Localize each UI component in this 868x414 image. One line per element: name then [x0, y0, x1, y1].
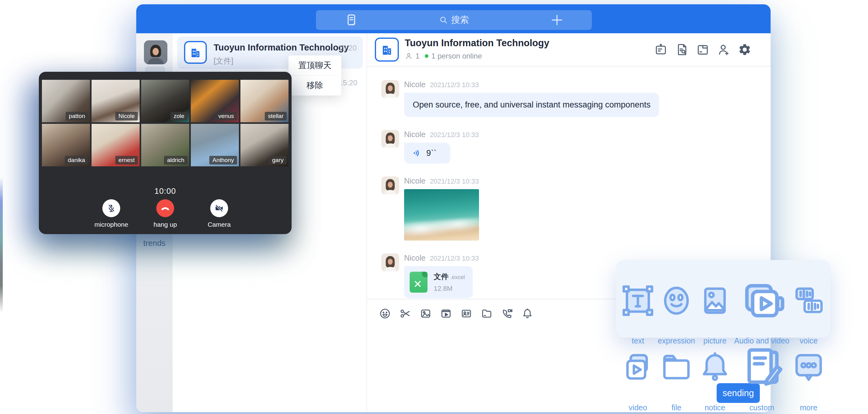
- hang-up-label: hang up: [147, 221, 183, 228]
- panel-label: notice: [696, 403, 734, 412]
- phone-down-icon: [160, 203, 171, 214]
- camera-button[interactable]: Camera: [201, 199, 237, 228]
- message-voice: Nicole 2021/12/3 10:33 9``: [381, 130, 758, 164]
- more-bubble-icon: [789, 334, 828, 401]
- panel-item-picture[interactable]: picture: [696, 267, 734, 334]
- participant-tile: danika: [42, 124, 90, 166]
- hang-up-button[interactable]: hang up: [147, 199, 183, 228]
- sender-avatar[interactable]: [381, 130, 399, 148]
- video-icon: [619, 334, 657, 401]
- group-avatar-icon: [184, 41, 207, 64]
- participant-tile: aldrich: [141, 124, 189, 166]
- voice-bubble[interactable]: 9``: [404, 142, 450, 164]
- panel-item-video[interactable]: video: [619, 334, 657, 401]
- panel-item-file[interactable]: file: [657, 334, 696, 401]
- participant-name: Nicole: [115, 112, 138, 121]
- participant-tile: Nicole: [92, 80, 140, 122]
- message-text: Nicole 2021/12/3 10:33 Open source, free…: [381, 80, 758, 117]
- participant-tile: patton: [42, 80, 90, 122]
- participant-grid: patton Nicole zole venus stellar danika …: [42, 80, 288, 166]
- conversation-last-message: [文件]: [214, 56, 233, 66]
- scissors-icon[interactable]: [399, 308, 411, 320]
- voice-icon: [789, 267, 828, 334]
- context-menu-remove[interactable]: 移除: [288, 75, 341, 95]
- video-icon[interactable]: [440, 308, 452, 320]
- participant-name: aldrich: [164, 156, 187, 164]
- chat-header-actions: [654, 43, 751, 56]
- notification-bell-icon[interactable]: [521, 308, 533, 320]
- conversation-time: 15:20: [338, 44, 356, 52]
- panel-item-voice[interactable]: voice: [789, 267, 828, 334]
- member-count: 1: [415, 52, 420, 60]
- expression-icon: [657, 267, 696, 334]
- text-bubble: Open source, free, and universal instant…: [404, 93, 659, 117]
- search-bar[interactable]: 搜索: [316, 10, 592, 30]
- chat-meta: 1 1 person online: [405, 52, 482, 60]
- microphone-label: microphone: [93, 221, 129, 228]
- message-image: Nicole 2021/12/3 10:33: [381, 177, 758, 241]
- settings-icon[interactable]: [738, 43, 751, 56]
- sender-avatar[interactable]: [381, 254, 399, 272]
- message-time: 2021/12/3 10:33: [430, 131, 479, 139]
- file-name: 文件: [434, 272, 448, 281]
- excel-file-icon: ✕: [410, 272, 428, 293]
- text-icon: [619, 267, 657, 334]
- my-avatar[interactable]: [144, 40, 167, 64]
- participant-tile: zole: [141, 80, 189, 122]
- video-call-icon[interactable]: [501, 308, 513, 320]
- file-ext: .excel: [450, 274, 465, 280]
- folder-icon[interactable]: [480, 308, 493, 320]
- file-size: 12.8M: [434, 285, 465, 293]
- emoji-icon[interactable]: [379, 308, 391, 320]
- contact-card-icon[interactable]: [460, 308, 472, 320]
- top-bar: 搜索: [136, 4, 771, 33]
- sender-avatar[interactable]: [381, 80, 399, 98]
- panel-item-more[interactable]: more: [789, 334, 828, 401]
- message-time: 2021/12/3 10:33: [430, 178, 479, 185]
- notice-board-icon[interactable]: [654, 43, 668, 56]
- participant-name: patton: [66, 112, 88, 121]
- chat-header: Tuoyun Information Technology 1 1 person…: [367, 33, 771, 67]
- participant-name: gary: [269, 156, 287, 164]
- context-menu-pin[interactable]: 置顶聊天: [288, 56, 341, 75]
- custom-doc-icon: [734, 334, 789, 401]
- message-type-panel: text expression picture: [616, 260, 830, 338]
- panel-label: more: [789, 403, 828, 412]
- sender-name: Nicole: [404, 254, 425, 262]
- participant-name: stellar: [265, 112, 287, 121]
- panel-item-custom[interactable]: custom: [734, 334, 789, 401]
- member-icon: [405, 52, 413, 60]
- image-message-ocean-beach[interactable]: [404, 189, 479, 241]
- notice-bell-icon: [696, 334, 734, 401]
- voice-wave-icon: [412, 148, 422, 158]
- chat-record-search-icon[interactable]: [675, 43, 689, 56]
- file-bubble[interactable]: ✕ 文件.excel 12.8M: [404, 266, 473, 298]
- mic-off-icon: [106, 203, 117, 214]
- online-text: 1 person online: [431, 52, 482, 60]
- file-folder-icon[interactable]: [696, 43, 710, 56]
- panel-item-text[interactable]: text: [619, 267, 657, 334]
- add-member-icon[interactable]: [717, 43, 731, 56]
- panel-label: file: [657, 403, 696, 412]
- sender-name: Nicole: [404, 177, 425, 185]
- message-time: 2021/12/3 10:33: [430, 254, 479, 262]
- participant-tile: Anthony: [191, 124, 239, 166]
- picture-icon[interactable]: [420, 308, 432, 320]
- call-controls: microphone hang up Camera: [39, 199, 291, 228]
- trends-label: trends: [136, 238, 173, 248]
- participant-name: venus: [215, 112, 237, 121]
- plus-icon[interactable]: [550, 13, 564, 27]
- file-folder-icon: [657, 334, 696, 401]
- panel-label: video: [619, 403, 657, 412]
- participant-tile: gary: [241, 124, 288, 166]
- sender-avatar[interactable]: [381, 177, 399, 194]
- conversation-title: Tuoyun Information Technology: [214, 42, 349, 53]
- chat-title: Tuoyun Information Technology: [405, 38, 549, 49]
- panel-item-expression[interactable]: expression: [657, 267, 696, 334]
- sender-name: Nicole: [404, 130, 425, 139]
- microphone-button[interactable]: microphone: [93, 199, 129, 228]
- participant-tile: ernest: [92, 124, 140, 166]
- panel-item-audio-video[interactable]: Audio and video: [734, 267, 789, 334]
- decorative-glow-strip: [0, 177, 3, 313]
- panel-item-notice[interactable]: notice: [696, 334, 734, 401]
